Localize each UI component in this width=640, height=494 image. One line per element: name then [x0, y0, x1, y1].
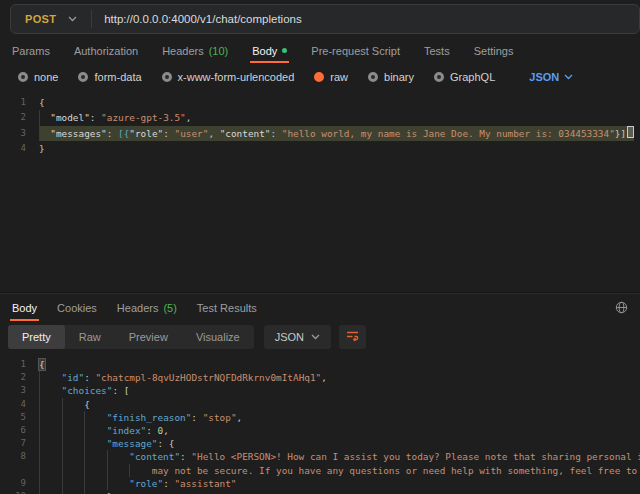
code-line: 1{: [0, 358, 640, 371]
code-line: 6"index": 0,: [0, 424, 640, 437]
indent-guide: [39, 398, 62, 411]
request-tab-params[interactable]: Params: [12, 38, 50, 63]
code-token: "messages": [50, 128, 106, 139]
language-label: JSON: [529, 71, 559, 83]
code-content: {: [39, 95, 45, 110]
tab-label: Cookies: [57, 302, 97, 314]
code-line: 4{: [0, 398, 640, 411]
indent-guide: [39, 450, 62, 463]
method-dropdown[interactable]: POST: [11, 13, 91, 25]
code-token: :: [163, 478, 174, 489]
code-token: :: [163, 128, 174, 139]
view-raw[interactable]: Raw: [65, 325, 115, 349]
body-mode-x-www-form-urlencoded[interactable]: x-www-form-urlencoded: [162, 71, 295, 83]
indent-guide: [39, 490, 62, 494]
line-number: 2: [0, 371, 39, 384]
code-content: "choices": [: [39, 384, 129, 397]
body-mode-options: noneform-datax-www-form-urlencodedrawbin…: [18, 71, 495, 83]
line-number: 2: [0, 110, 39, 125]
line-number: 10: [0, 490, 39, 494]
code-token: :: [270, 128, 281, 139]
body-mode-none[interactable]: none: [18, 71, 58, 83]
tab-label: Test Results: [197, 302, 257, 314]
mode-label: form-data: [94, 71, 141, 83]
indent-guide: [84, 437, 107, 450]
code-line: 9"role": "assistant": [0, 477, 640, 490]
code-token: :: [191, 412, 202, 423]
code-token: "content": [220, 128, 271, 139]
code-line: 8"content": "Hello <PERSON>! How can I a…: [0, 450, 640, 463]
request-tab-headers[interactable]: Headers(10): [162, 38, 228, 63]
tab-count-badge: (5): [163, 302, 176, 314]
code-content: "index": 0,: [39, 424, 169, 437]
code-token: "Hello <PERSON>! How can I assist you to…: [191, 451, 640, 462]
tab-label: Headers: [117, 302, 159, 314]
body-mode-form-data[interactable]: form-data: [78, 71, 141, 83]
code-line: 5"finish_reason": "stop",: [0, 411, 640, 424]
line-number: 3: [0, 126, 39, 141]
indent-guide: [62, 464, 85, 477]
code-token: "role": [129, 478, 163, 489]
line-number: 1: [0, 358, 39, 371]
radio-icon: [78, 72, 88, 82]
body-mode-graphql[interactable]: GraphQL: [434, 71, 495, 83]
code-token: "finish_reason": [107, 412, 192, 423]
postman-request-view: POST http://0.0.0.0:4000/v1/chat/complet…: [0, 0, 640, 494]
code-content: }: [39, 141, 45, 156]
language-label: JSON: [275, 331, 304, 343]
body-mode-raw[interactable]: raw: [314, 71, 348, 83]
request-tab-tests[interactable]: Tests: [424, 38, 450, 63]
request-tab-authorization[interactable]: Authorization: [74, 38, 138, 63]
code-line: 2"model": "azure-gpt-3.5",: [0, 110, 640, 125]
indent-guide: [39, 110, 50, 125]
indent-guide: [84, 411, 107, 424]
code-token: ,: [163, 425, 169, 436]
text-cursor: [627, 126, 634, 138]
code-token: "stop": [203, 412, 237, 423]
request-tab-pre-request-script[interactable]: Pre-request Script: [311, 38, 400, 63]
url-bar: POST http://0.0.0.0:4000/v1/chat/complet…: [10, 4, 640, 34]
word-wrap-icon: [346, 328, 359, 346]
view-pretty[interactable]: Pretty: [8, 325, 65, 349]
code-token: }]: [615, 128, 626, 139]
wrap-text-button[interactable]: [339, 325, 366, 349]
view-preview[interactable]: Preview: [115, 325, 182, 349]
code-token: :: [90, 112, 101, 123]
request-tab-settings[interactable]: Settings: [474, 38, 514, 63]
response-tab-headers[interactable]: Headers(5): [117, 294, 177, 321]
code-content: "role": "assistant": [39, 477, 237, 490]
line-number: [0, 464, 39, 477]
response-tab-test-results[interactable]: Test Results: [197, 294, 257, 321]
mode-label: GraphQL: [450, 71, 495, 83]
url-input[interactable]: http://0.0.0.0:4000/v1/chat/completions: [92, 13, 302, 25]
globe-icon[interactable]: [615, 294, 628, 321]
tab-label: Pre-request Script: [311, 45, 400, 57]
response-language-dropdown[interactable]: JSON: [264, 325, 331, 349]
response-tab-cookies[interactable]: Cookies: [57, 294, 97, 321]
code-line: 3"messages": [{"role": "user", "content"…: [0, 126, 640, 141]
indent-guide: [62, 477, 85, 490]
indent-guide: [39, 371, 62, 384]
code-token: "chatcmpl-8qvUzHODstrNQFDdRkrnv0mItAHq1": [95, 372, 321, 383]
request-body-editor[interactable]: 1{2"model": "azure-gpt-3.5",3"messages":…: [0, 90, 640, 293]
indent-guide: [62, 437, 85, 450]
response-tab-body[interactable]: Body: [12, 294, 37, 321]
body-mode-binary[interactable]: binary: [368, 71, 414, 83]
view-visualize[interactable]: Visualize: [182, 325, 254, 349]
code-content: may not be secure. If you have any quest…: [39, 464, 640, 477]
radio-icon: [162, 72, 172, 82]
request-tab-body[interactable]: Body: [252, 38, 287, 63]
radio-icon: [368, 72, 378, 82]
chevron-down-icon: [564, 74, 573, 80]
code-content: "id": "chatcmpl-8qvUzHODstrNQFDdRkrnv0mI…: [39, 371, 327, 384]
raw-language-dropdown[interactable]: JSON: [529, 71, 573, 83]
indent-guide: [39, 126, 50, 141]
code-token: "hello world, my name is Jane Doe. My nu…: [282, 128, 615, 139]
line-number: 3: [0, 384, 39, 397]
indent-guide: [84, 424, 107, 437]
code-token: {: [39, 359, 45, 370]
indent-guide: [107, 450, 130, 463]
indent-guide: [62, 490, 85, 494]
code-token: "content": [129, 451, 180, 462]
tab-count-badge: (10): [209, 45, 229, 57]
